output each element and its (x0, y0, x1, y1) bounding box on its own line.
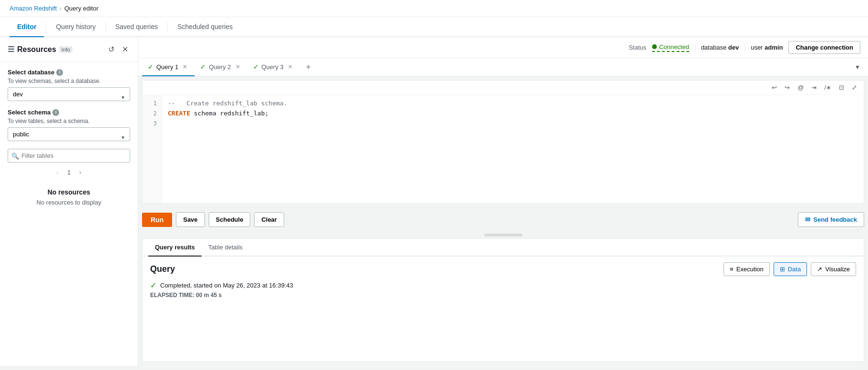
redo-button[interactable]: ↪ (782, 82, 793, 92)
page-next-button[interactable]: › (76, 167, 84, 177)
no-resources-title: No resources (8, 188, 130, 196)
results-tabs: Query results Table details (143, 239, 864, 257)
query-tab-2[interactable]: ✓ Query 2 ✕ (194, 58, 247, 76)
comment-button[interactable]: /∗ (821, 82, 834, 92)
content-area: ☰ Resources Info ↺ ✕ Select database i T… (0, 37, 868, 366)
indent-button[interactable]: ⇥ (808, 82, 819, 92)
database-select[interactable]: dev test prod (8, 87, 130, 101)
tab-divider-1 (46, 22, 46, 31)
sidebar-info-badge[interactable]: Info (59, 46, 72, 53)
data-button[interactable]: ⊞ Data (774, 262, 807, 276)
tab-editor[interactable]: Editor (10, 17, 44, 37)
query-tabs-bar: ✓ Query 1 ✕ ✓ Query 2 ✕ ✓ Query 3 ✕ ＋ ▼ (138, 58, 868, 76)
query-tab-3-close[interactable]: ✕ (286, 63, 294, 71)
results-action-buttons: ≡ Execution ⊞ Data ↗ Visualize (724, 262, 856, 276)
filter-tables-wrap: 🔍 (8, 149, 130, 163)
save-button[interactable]: Save (176, 212, 204, 227)
schema-select-wrapper: public private (8, 127, 130, 149)
fullscreen-button[interactable]: ⤢ (849, 82, 860, 92)
undo-button[interactable]: ↩ (769, 82, 780, 92)
tab-divider-2 (105, 22, 106, 31)
query-tab-1[interactable]: ✓ Query 1 ✕ (142, 58, 194, 76)
scroll-thumb (484, 234, 522, 236)
page-prev-button[interactable]: ‹ (53, 167, 61, 177)
breadcrumb-parent-link[interactable]: Amazon Redshift (10, 5, 57, 12)
close-sidebar-button[interactable]: ✕ (120, 44, 130, 55)
results-tab-query[interactable]: Query results (148, 239, 202, 257)
status-value: Connected (659, 43, 689, 51)
database-select-wrapper: dev test prod (8, 87, 130, 109)
line-num-3: 3 (147, 119, 157, 129)
pagination: ‹ 1 › (8, 167, 130, 177)
execution-button[interactable]: ≡ Execution (724, 262, 770, 276)
scroll-hint (138, 232, 868, 238)
data-icon: ⊞ (780, 266, 785, 273)
results-title: Query (150, 264, 175, 274)
add-query-tab-button[interactable]: ＋ (300, 58, 317, 76)
code-editor-wrapper: ↩ ↪ @ ⇥ /∗ ⊡ ⤢ 1 2 3 -- Create redshift_… (142, 80, 864, 204)
database-label: Select database i (8, 69, 130, 76)
schema-hint: To view tables, select a schema. (8, 118, 130, 124)
schedule-button[interactable]: Schedule (209, 212, 251, 227)
editor-toolbar: ↩ ↪ @ ⇥ /∗ ⊡ ⤢ (143, 81, 864, 95)
query-tab-2-check: ✓ (200, 63, 206, 71)
filter-tables-input[interactable] (8, 149, 130, 163)
breadcrumb-bar: Amazon Redshift › Query editor (0, 0, 868, 17)
connection-bar: Status Connected database dev user admin… (138, 37, 868, 58)
tab-saved-queries[interactable]: Saved queries (108, 17, 166, 37)
query-tab-2-close[interactable]: ✕ (234, 63, 242, 71)
sidebar-header: ☰ Resources Info ↺ ✕ (0, 37, 138, 62)
results-tab-table[interactable]: Table details (202, 239, 249, 257)
result-status: ✓ Completed, started on May 26, 2023 at … (150, 281, 856, 290)
tab-query-history[interactable]: Query history (48, 17, 103, 37)
no-resources-panel: No resources No resources to display (8, 188, 130, 206)
result-status-text: Completed, started on May 26, 2023 at 16… (160, 282, 293, 289)
run-button[interactable]: Run (142, 213, 172, 227)
code-rest-line2: schema redshift_lab; (190, 110, 268, 117)
visualize-label: Visualize (825, 266, 850, 273)
visualize-icon: ↗ (817, 266, 822, 273)
clear-button[interactable]: Clear (254, 212, 284, 227)
connection-status[interactable]: Connected (652, 43, 689, 52)
code-keyword-create: CREATE (168, 110, 190, 117)
execution-label: Execution (736, 266, 764, 273)
schema-label: Select schema i (8, 109, 130, 116)
execution-icon: ≡ (730, 266, 734, 273)
tab-scheduled-queries[interactable]: Scheduled queries (170, 17, 240, 37)
visualize-button[interactable]: ↗ Visualize (811, 262, 856, 276)
wrap-button[interactable]: ⊡ (836, 82, 847, 92)
query-tab-1-label: Query 1 (156, 63, 178, 71)
results-header: Query ≡ Execution ⊞ Data ↗ Visualize (150, 262, 856, 276)
code-area: 1 2 3 -- Create redshift_lab schema. CRE… (143, 95, 864, 203)
sidebar-title-text: Resources (17, 45, 56, 54)
database-meta: database dev (701, 44, 739, 51)
sidebar-actions: ↺ ✕ (106, 44, 130, 55)
query-tab-3-check: ✓ (253, 63, 259, 71)
query-tab-2-label: Query 2 (209, 63, 231, 71)
user-meta: user admin (751, 44, 783, 51)
result-check-icon: ✓ (150, 281, 156, 290)
database-hint: To view schemas, select a database. (8, 78, 130, 84)
tab-dropdown-button[interactable]: ▼ (851, 60, 864, 74)
tab-divider-3 (167, 22, 168, 31)
conn-separator-2 (745, 43, 745, 52)
send-feedback-button[interactable]: ✉ Send feedback (798, 212, 864, 227)
query-tab-1-close[interactable]: ✕ (181, 63, 189, 71)
query-tab-3[interactable]: ✓ Query 3 ✕ (247, 58, 300, 76)
schema-info-icon: i (52, 109, 59, 116)
code-comment-line1: -- Create redshift_lab schema. (168, 100, 287, 107)
editor-main: Status Connected database dev user admin… (138, 37, 868, 366)
resources-icon: ☰ (8, 45, 14, 54)
refresh-button[interactable]: ↺ (106, 44, 116, 55)
results-body: Query ≡ Execution ⊞ Data ↗ Visualize (143, 257, 864, 361)
line-num-1: 1 (147, 99, 157, 109)
page-number: 1 (67, 169, 71, 176)
line-num-2: 2 (147, 109, 157, 119)
code-editor[interactable]: -- Create redshift_lab schema. CREATE sc… (162, 95, 864, 203)
change-connection-button[interactable]: Change connection (788, 41, 860, 54)
at-button[interactable]: @ (795, 82, 807, 92)
query-tab-1-check: ✓ (148, 63, 153, 71)
schema-select[interactable]: public private (8, 127, 130, 141)
no-resources-text: No resources to display (8, 199, 130, 206)
connected-dot (652, 44, 657, 49)
